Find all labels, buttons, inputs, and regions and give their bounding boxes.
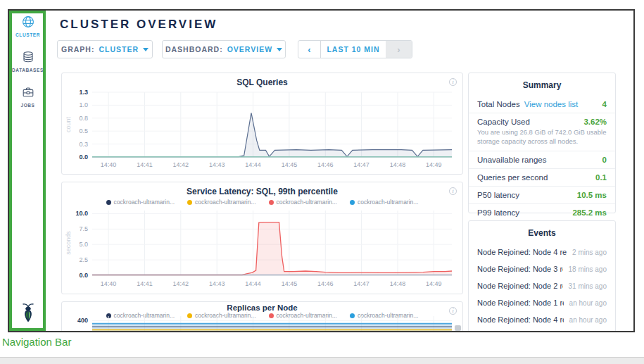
chevron-right-icon: › [397,44,400,55]
svg-text:14:41: 14:41 [137,161,153,168]
service-latency-chart: 0.02.55.07.510.014:4014:4114:4214:4314:4… [64,206,460,291]
summary-row-p50-latency: P50 latency 10.5 ms [469,187,615,204]
view-nodes-list-link[interactable]: View nodes list [524,100,579,108]
info-icon[interactable]: i [449,187,457,195]
chart-title: Replicas per Node [62,302,462,312]
jobs-briefcase-icon [22,89,34,101]
time-range-prev-button[interactable]: ‹ [298,41,321,58]
legend-dot-icon [106,200,111,205]
legend-dot-icon [269,200,274,205]
info-icon[interactable]: i [449,78,457,86]
sql-queries-chart: 0.00.30.50.81.01.314:4014:4114:4214:4314… [64,89,460,172]
summary-value: 285.2 ms [572,208,607,217]
svg-text:0.8: 0.8 [79,115,88,122]
sidebar-item-label: JOBS [9,103,46,108]
svg-text:seconds: seconds [65,231,72,255]
dashboard-dropdown[interactable]: DASHBOARD: OVERVIEW [162,40,286,58]
event-time: 18 mins ago [563,265,607,273]
event-row[interactable]: Node Rejoined: Node 4 rej... 2 mins ago [469,244,615,261]
svg-text:14:40: 14:40 [101,280,117,287]
chevron-down-icon [277,48,282,51]
event-time: an hour ago [564,299,607,307]
event-text: Node Rejoined: Node 3 rej... [477,265,563,273]
dashboard-dropdown-value: OVERVIEW [227,45,272,54]
replicas-per-node-chart-panel: Replicas per Node i cockroach-ultramarin… [61,301,463,332]
event-time: 31 mins ago [563,282,607,290]
summary-label: Total Nodes [477,100,520,108]
event-time: 2 mins ago [567,249,607,256]
svg-text:0.5: 0.5 [79,127,88,134]
annotation-label: Navigation Bar [2,336,71,348]
sidebar-item-databases[interactable]: DATABASES [9,51,46,73]
svg-text:14:43: 14:43 [209,161,225,168]
navigation-sidebar: CLUSTER DATABASES [9,11,46,331]
time-range-selector: ‹ LAST 10 MIN › [298,40,412,58]
legend-dot-icon [187,200,192,205]
legend-item: cockroach-ultramarin... [106,199,175,206]
svg-text:14:44: 14:44 [245,161,261,168]
svg-text:10.0: 10.0 [75,210,88,217]
summary-label: P50 latency [477,191,519,199]
svg-text:14:49: 14:49 [426,161,442,168]
sidebar-item-label: DATABASES [9,68,46,73]
summary-row-p99-latency: P99 latency 285.2 ms [469,204,615,221]
sidebar-item-label: CLUSTER [9,32,46,37]
chart-title: Service Latency: SQL, 99th percentile [62,182,462,196]
summary-row-unavailable-ranges: Unavailable ranges 0 [469,151,615,169]
event-row[interactable]: Node Rejoined: Node 4 rej... an hour ago [469,311,615,328]
svg-text:14:46: 14:46 [317,280,334,287]
graph-dropdown-label: GRAPH: [61,45,94,54]
events-title: Events [469,221,615,244]
svg-text:0.0: 0.0 [79,153,88,161]
svg-text:14:44: 14:44 [245,280,261,287]
replicas-per-node-chart: 400 [64,315,460,332]
events-panel: Events Node Rejoined: Node 4 rej... 2 mi… [468,220,616,332]
service-latency-chart-panel: Service Latency: SQL, 99th percentile i … [61,182,463,294]
event-row[interactable]: Node Rejoined: Node 1 rej... an hour ago [469,294,615,311]
sql-queries-chart-panel: SQL Queries i 0.00.30.50.81.01.314:4014:… [61,73,463,175]
summary-label: Queries per second [477,173,548,182]
legend-item: cockroach-ultramarin... [350,199,418,206]
svg-text:14:45: 14:45 [282,280,298,287]
event-text: Node Rejoined: Node 4 rej... [477,248,567,256]
cluster-globe-icon [22,18,34,30]
time-range-label[interactable]: LAST 10 MIN [321,41,386,58]
dashboard-dropdown-label: DASHBOARD: [165,45,223,54]
info-icon[interactable]: i [449,307,457,315]
sidebar-item-jobs[interactable]: JOBS [9,86,46,108]
bottom-taskbar-strip [0,357,644,364]
chevron-down-icon [143,48,149,51]
event-text: Node Rejoined: Node 1 rej... [477,299,564,307]
summary-row-queries-per-second: Queries per second 0.1 [469,169,615,187]
sidebar-item-cluster[interactable]: CLUSTER [9,15,46,37]
legend-dot-icon [350,200,355,205]
summary-label: P99 latency [477,208,519,217]
summary-title: Summary [469,73,615,96]
scrollbar-thumb[interactable] [455,325,461,331]
summary-row-capacity-used: Capacity Used 3.62% You are using 26.8 G… [469,113,615,151]
svg-text:7.5: 7.5 [79,225,88,232]
svg-text:14:41: 14:41 [137,280,153,287]
svg-text:14:48: 14:48 [390,280,406,287]
event-row[interactable]: Node Rejoined: Node 2 rej... 31 mins ago [469,277,615,294]
capacity-note: You are using 26.8 GiB of 742.0 GiB usab… [477,128,607,146]
svg-text:400: 400 [77,317,88,324]
time-range-next-button-disabled[interactable]: › [386,41,412,58]
legend-item: cockroach-ultramarin... [187,199,255,206]
svg-text:count: count [65,116,72,132]
svg-text:14:49: 14:49 [426,280,442,287]
event-time: an hour ago [564,316,607,324]
cockroachdb-logo[interactable] [20,302,37,326]
chart-legend: cockroach-ultramarin... cockroach-ultram… [62,199,462,206]
summary-value: 3.62% [583,118,607,126]
graph-dropdown[interactable]: GRAPH: CLUSTER [57,40,153,58]
event-text: Node Rejoined: Node 4 rej... [477,315,564,324]
svg-text:14:45: 14:45 [282,161,298,168]
svg-text:14:43: 14:43 [209,280,225,287]
event-row[interactable]: Node Rejoined: Node 3 rej... 18 mins ago [469,261,615,277]
svg-text:2.5: 2.5 [79,256,88,263]
svg-text:14:40: 14:40 [101,161,117,168]
svg-text:1.3: 1.3 [79,89,88,96]
page-title: CLUSTER OVERVIEW [60,18,217,32]
summary-label: Capacity Used [477,118,530,126]
